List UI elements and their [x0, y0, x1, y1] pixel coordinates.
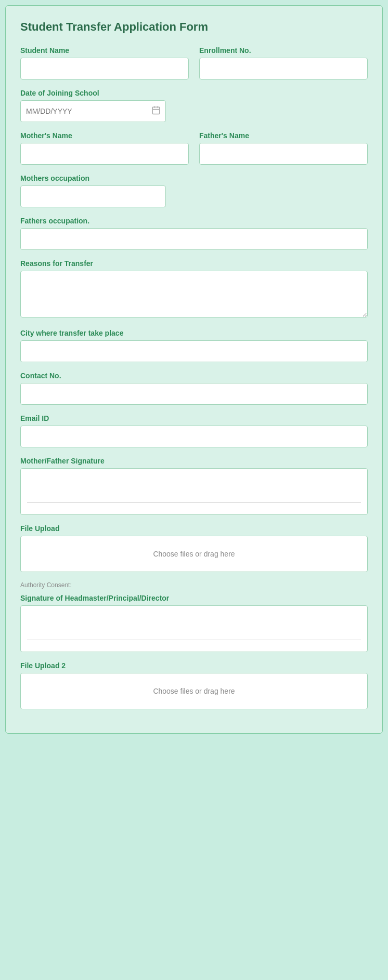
file-upload-box[interactable]: Choose files or drag here [20, 536, 368, 572]
group-file-upload-2: File Upload 2 Choose files or drag here [20, 661, 368, 709]
file-upload-placeholder: Choose files or drag here [153, 550, 235, 558]
group-file-upload: File Upload Choose files or drag here [20, 524, 368, 572]
label-date-joining: Date of Joining School [20, 89, 368, 97]
group-fathers-occupation: Fathers occupation. [20, 217, 368, 250]
label-mothers-occupation: Mothers occupation [20, 174, 368, 182]
label-reasons-transfer: Reasons for Transfer [20, 259, 368, 268]
label-city-transfer: City where transfer take place [20, 329, 368, 337]
label-parent-signature: Mother/Father Signature [20, 457, 368, 465]
group-parent-signature: Mother/Father Signature [20, 457, 368, 515]
group-authority-consent: Authority Consent: Signature of Headmast… [20, 581, 368, 652]
row-student-enrollment: Student Name Enrollment No. [20, 46, 368, 80]
signature-box-headmaster[interactable] [20, 605, 368, 652]
group-city-transfer: City where transfer take place [20, 329, 368, 362]
group-contact-no: Contact No. [20, 372, 368, 405]
form-container: Student Transfer Application Form Studen… [5, 5, 383, 734]
group-fathers-name: Father's Name [199, 131, 368, 165]
input-mothers-occupation[interactable] [20, 186, 166, 207]
label-mothers-name: Mother's Name [20, 131, 189, 140]
label-fathers-occupation: Fathers occupation. [20, 217, 368, 225]
label-headmaster-signature: Signature of Headmaster/Principal/Direct… [20, 594, 368, 602]
label-student-name: Student Name [20, 46, 189, 55]
input-student-name[interactable] [20, 58, 189, 80]
input-date-joining[interactable] [20, 100, 166, 122]
form-title: Student Transfer Application Form [20, 20, 368, 34]
group-mothers-name: Mother's Name [20, 131, 189, 165]
input-contact-no[interactable] [20, 383, 368, 405]
headmaster-signature-line [27, 640, 361, 640]
file-upload-2-placeholder: Choose files or drag here [153, 687, 235, 695]
label-authority-consent: Authority Consent: [20, 581, 368, 589]
group-email-id: Email ID [20, 414, 368, 447]
input-fathers-name[interactable] [199, 143, 368, 165]
file-upload-box-2[interactable]: Choose files or drag here [20, 673, 368, 709]
label-enrollment-no: Enrollment No. [199, 46, 368, 55]
row-parents-name: Mother's Name Father's Name [20, 131, 368, 165]
signature-box-parent[interactable] [20, 468, 368, 515]
input-mothers-name[interactable] [20, 143, 189, 165]
input-enrollment-no[interactable] [199, 58, 368, 80]
group-reasons-transfer: Reasons for Transfer [20, 259, 368, 320]
label-fathers-name: Father's Name [199, 131, 368, 140]
input-email-id[interactable] [20, 426, 368, 447]
group-mothers-occupation: Mothers occupation [20, 174, 368, 207]
input-fathers-occupation[interactable] [20, 228, 368, 250]
label-file-upload-2: File Upload 2 [20, 661, 368, 670]
group-student-name: Student Name [20, 46, 189, 80]
group-enrollment-no: Enrollment No. [199, 46, 368, 80]
input-city-transfer[interactable] [20, 340, 368, 362]
signature-line [27, 502, 361, 503]
textarea-reasons-transfer[interactable] [20, 271, 368, 317]
label-file-upload: File Upload [20, 524, 368, 533]
label-contact-no: Contact No. [20, 372, 368, 380]
group-date-joining: Date of Joining School [20, 89, 368, 122]
date-input-wrapper [20, 100, 166, 122]
label-email-id: Email ID [20, 414, 368, 422]
